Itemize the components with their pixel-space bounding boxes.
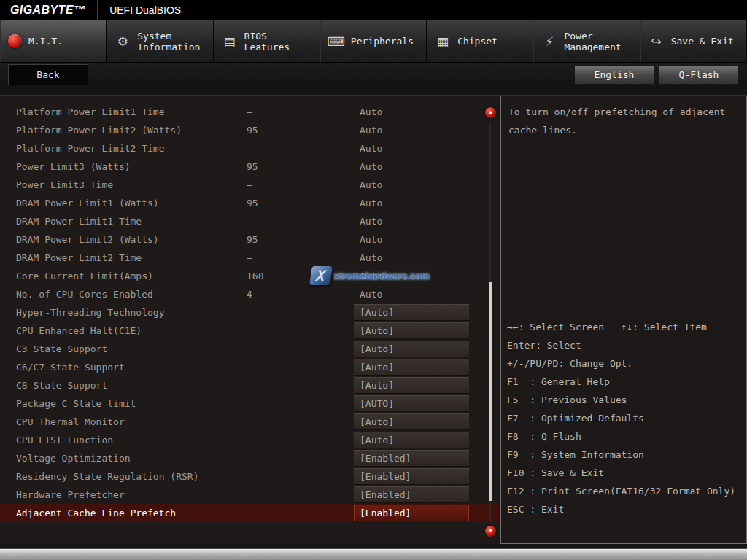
- setting-row[interactable]: DRAM Power Limit1 (Watts) 95 Auto: [0, 194, 499, 212]
- tab-power-management[interactable]: ⚡ Power Management: [533, 20, 640, 62]
- shortcut-line: F10 : Save & Exit: [507, 464, 740, 482]
- setting-option[interactable]: [Auto]: [354, 432, 469, 448]
- setting-value: 95: [247, 125, 354, 136]
- setting-row[interactable]: No. of CPU Cores Enabled 4 Auto: [0, 285, 499, 303]
- setting-label: C8 State Support: [0, 380, 247, 391]
- setting-row[interactable]: Package C State limit [AUTO]: [0, 394, 499, 413]
- setting-row[interactable]: C3 State Support [Auto]: [0, 340, 499, 358]
- chipset-icon: ▦: [435, 34, 451, 50]
- tab-chipset[interactable]: ▦ Chipset: [427, 20, 533, 62]
- setting-option[interactable]: Auto: [354, 103, 469, 121]
- toolbar: Back English Q-Flash: [0, 63, 747, 87]
- setting-label: Core Current Limit(Amps): [0, 271, 247, 281]
- tab-bios-features[interactable]: ▤ BIOS Features: [214, 20, 320, 62]
- setting-label: C6/C7 State Support: [0, 362, 247, 373]
- setting-row[interactable]: Hyper-Threading Technology [Auto]: [0, 303, 499, 322]
- shortcut-line: F5 : Previous Values: [507, 391, 740, 409]
- scroll-track[interactable]: [489, 123, 491, 521]
- scroll-down-button[interactable]: ▼: [485, 526, 496, 537]
- setting-row[interactable]: Power Limit3 (Watts) 95 Auto: [0, 158, 499, 176]
- setting-label: DRAM Power Limit2 (Watts): [0, 234, 247, 245]
- setting-label: CPU EIST Function: [0, 435, 247, 446]
- setting-row[interactable]: DRAM Power Limit1 Time – Auto: [0, 212, 499, 230]
- setting-row[interactable]: Platform Power Limit2 (Watts) 95 Auto: [0, 121, 499, 139]
- setting-label: DRAM Power Limit1 (Watts): [0, 198, 247, 209]
- setting-row[interactable]: Voltage Optimization [Enabled]: [0, 449, 499, 467]
- setting-row[interactable]: DRAM Power Limit2 (Watts) 95 Auto: [0, 230, 499, 249]
- shortcut-line: F1 : General Help: [507, 373, 740, 391]
- setting-option[interactable]: [Auto]: [354, 359, 469, 376]
- setting-option[interactable]: Auto: [354, 121, 469, 139]
- setting-value: 4: [247, 289, 354, 300]
- setting-row[interactable]: C6/C7 State Support [Auto]: [0, 358, 499, 376]
- setting-row[interactable]: CPU Enhanced Halt(C1E) [Auto]: [0, 322, 499, 340]
- scroll-thumb[interactable]: [489, 282, 492, 501]
- setting-option[interactable]: [Enabled]: [354, 486, 469, 503]
- back-button[interactable]: Back: [8, 64, 88, 85]
- setting-value: –: [247, 179, 354, 190]
- setting-option[interactable]: [AUTO]: [354, 395, 469, 412]
- power-icon: ⚡: [541, 34, 557, 50]
- tab-mit[interactable]: M.I.T.: [0, 20, 107, 62]
- setting-option[interactable]: Auto: [354, 212, 469, 230]
- qflash-button[interactable]: Q-Flash: [659, 65, 739, 85]
- tab-save-exit[interactable]: ↪ Save & Exit: [640, 20, 747, 62]
- setting-label: No. of CPU Cores Enabled: [0, 289, 247, 300]
- shortcut-line: +/-/PU/PD: Change Opt.: [507, 354, 740, 373]
- setting-label: Voltage Optimization: [0, 453, 247, 464]
- setting-option[interactable]: Auto: [354, 158, 469, 176]
- setting-option[interactable]: [Auto]: [354, 341, 469, 357]
- setting-option[interactable]: [Auto]: [354, 304, 469, 321]
- shortcut-line: →←: Select Screen ↑↓: Select Item: [507, 318, 740, 336]
- help-text: To turn on/off prefetching of adjacent c…: [501, 96, 746, 284]
- setting-option[interactable]: [Auto]: [354, 322, 469, 339]
- setting-option[interactable]: [Auto]: [354, 413, 469, 430]
- help-panel: To turn on/off prefetching of adjacent c…: [500, 96, 747, 544]
- setting-row[interactable]: Adjacent Cache Line Prefetch [Enabled]: [0, 504, 499, 522]
- setting-option[interactable]: Auto: [354, 230, 469, 249]
- title-bar: GIGABYTE™ UEFI DualBIOS: [0, 0, 747, 20]
- scroll-up-button[interactable]: ▲: [485, 107, 496, 118]
- tab-label: M.I.T.: [28, 36, 63, 47]
- setting-option[interactable]: Auto: [354, 249, 469, 267]
- setting-row[interactable]: Core Current Limit(Amps) 160 Auto: [0, 267, 499, 285]
- setting-option[interactable]: Auto: [354, 267, 469, 285]
- peripherals-icon: ⌨: [328, 34, 344, 50]
- setting-row[interactable]: CPU EIST Function [Auto]: [0, 431, 499, 449]
- setting-row[interactable]: Residency State Regulation (RSR) [Enable…: [0, 467, 499, 486]
- setting-row[interactable]: Platform Power Limit1 Time – Auto: [0, 103, 499, 121]
- shortcut-line: F8 : Q-Flash: [507, 427, 740, 446]
- setting-option[interactable]: Auto: [354, 139, 469, 158]
- tab-system-information[interactable]: ⚙ System Information: [107, 20, 213, 62]
- setting-value: 95: [247, 234, 354, 245]
- setting-option[interactable]: [Enabled]: [354, 505, 469, 521]
- setting-row[interactable]: Hardware Prefetcher [Enabled]: [0, 486, 499, 504]
- setting-row[interactable]: C8 State Support [Auto]: [0, 376, 499, 394]
- shortcut-line: F9 : System Information: [507, 446, 740, 464]
- tab-label: BIOS Features: [244, 31, 290, 52]
- setting-option[interactable]: [Auto]: [354, 377, 469, 394]
- language-button[interactable]: English: [574, 65, 654, 85]
- setting-row[interactable]: CPU Thermal Monitor [Auto]: [0, 413, 499, 431]
- tab-peripherals[interactable]: ⌨ Peripherals: [320, 20, 427, 62]
- shortcut-line: Enter: Select: [507, 336, 740, 354]
- setting-label: DRAM Power Limit2 Time: [0, 252, 247, 263]
- tab-label: Chipset: [457, 36, 498, 47]
- scrollbar[interactable]: ▲ ▼: [484, 107, 496, 537]
- setting-label: Platform Power Limit1 Time: [0, 106, 247, 117]
- setting-value: –: [247, 106, 354, 117]
- setting-row[interactable]: Power Limit3 Time – Auto: [0, 176, 499, 194]
- shortcut-line: F12 : Print Screen(FAT16/32 Format Only): [507, 482, 740, 500]
- setting-option[interactable]: [Enabled]: [354, 450, 469, 467]
- setting-option[interactable]: [Enabled]: [354, 468, 469, 485]
- setting-label: Power Limit3 Time: [0, 179, 247, 190]
- setting-value: 95: [247, 161, 354, 172]
- setting-row[interactable]: Platform Power Limit2 Time – Auto: [0, 139, 499, 158]
- setting-option[interactable]: Auto: [354, 285, 469, 303]
- setting-option[interactable]: Auto: [354, 176, 469, 194]
- shortcut-line: F7 : Optimized Defaults: [507, 409, 740, 427]
- setting-row[interactable]: DRAM Power Limit2 Time – Auto: [0, 249, 499, 267]
- bios-features-icon: ▤: [222, 34, 238, 50]
- setting-option[interactable]: Auto: [354, 194, 469, 212]
- tab-label: Peripherals: [351, 36, 414, 47]
